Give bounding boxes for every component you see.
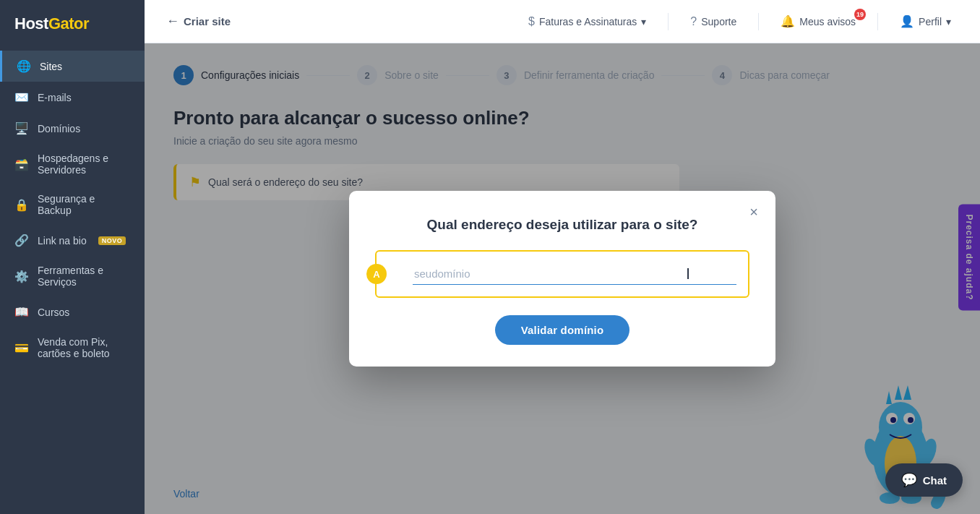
sidebar-item-sites[interactable]: 🌐 Sites (0, 51, 145, 82)
sidebar-item-hosting[interactable]: 🗃️ Hospedagens e Servidores (0, 144, 145, 184)
nav-divider (668, 13, 669, 30)
billing-label: Faturas e Assinaturas (539, 16, 637, 27)
sidebar-item-domains[interactable]: 🖥️ Domínios (0, 113, 145, 144)
logo: HostGator (0, 0, 145, 51)
new-badge: NOVO (98, 236, 126, 245)
linkbio-icon: 🔗 (14, 234, 29, 247)
billing-nav-item[interactable]: $ Faturas e Assinaturas ▾ (521, 11, 653, 33)
sidebar: HostGator 🌐 Sites ✉️ E-mails 🖥️ Domínios… (0, 0, 145, 514)
sidebar-item-pix[interactable]: 💳 Venda com Pix, cartões e boleto (0, 327, 145, 368)
modal-overlay: × Qual endereço deseja utilizar para o s… (145, 43, 980, 514)
sidebar-item-label: Sites (40, 61, 62, 72)
notifications-label: Meus avisos (799, 16, 856, 27)
back-arrow-icon: ← (166, 14, 179, 29)
validate-domain-button[interactable]: Validar domínio (495, 315, 630, 345)
text-cursor-icon: I (686, 265, 690, 283)
domains-icon: 🖥️ (14, 121, 29, 135)
support-label: Suporte (701, 16, 736, 27)
sidebar-item-label: Link na bio (38, 235, 87, 247)
billing-chevron-icon: ▾ (641, 16, 646, 27)
chat-label: Chat (923, 474, 947, 487)
modal: × Qual endereço deseja utilizar para o s… (349, 191, 775, 367)
emails-icon: ✉️ (14, 90, 29, 104)
sidebar-item-label: E-mails (38, 92, 72, 103)
nav-divider-3 (877, 13, 878, 30)
sidebar-item-label: Cursos (38, 307, 69, 318)
chat-icon: 💬 (901, 472, 917, 488)
sites-icon: 🌐 (17, 59, 31, 73)
nav-divider-2 (758, 13, 759, 30)
bell-icon: 🔔 (781, 14, 795, 28)
back-label: Criar site (184, 15, 231, 27)
sidebar-item-linkbio[interactable]: 🔗 Link na bio NOVO (0, 225, 145, 256)
pix-icon: 💳 (14, 341, 29, 355)
chat-button[interactable]: 💬 Chat (885, 463, 963, 497)
sidebar-item-tools[interactable]: ⚙️ Ferramentas e Serviços (0, 256, 145, 296)
support-icon: ? (690, 15, 697, 28)
notifications-nav-item[interactable]: 🔔 19 Meus avisos (773, 10, 863, 33)
main-content: ← Criar site $ Faturas e Assinaturas ▾ ?… (145, 0, 980, 514)
page-content: 1 Configurações iniciais 2 Sobre o site … (145, 43, 980, 514)
profile-nav-item[interactable]: 👤 Perfil ▾ (893, 10, 958, 33)
domain-input-area: A I (375, 250, 749, 298)
modal-close-button[interactable]: × (744, 201, 764, 223)
profile-label: Perfil (919, 16, 942, 27)
profile-chevron-icon: ▾ (946, 16, 951, 27)
notifications-badge: 19 (854, 9, 866, 20)
tools-icon: ⚙️ (14, 270, 29, 283)
courses-icon: 📖 (14, 305, 29, 319)
support-nav-item[interactable]: ? Suporte (683, 11, 744, 33)
sidebar-item-emails[interactable]: ✉️ E-mails (0, 82, 145, 113)
back-button[interactable]: ← Criar site (166, 14, 231, 29)
hosting-icon: 🗃️ (14, 158, 29, 171)
billing-icon: $ (528, 15, 535, 28)
sidebar-item-label: Hospedagens e Servidores (38, 153, 130, 176)
profile-icon: 👤 (900, 14, 914, 28)
topnav: ← Criar site $ Faturas e Assinaturas ▾ ?… (145, 0, 980, 43)
sidebar-item-courses[interactable]: 📖 Cursos (0, 296, 145, 327)
security-icon: 🔒 (14, 198, 29, 212)
sidebar-item-label: Venda com Pix, cartões e boleto (38, 336, 130, 359)
sidebar-item-security[interactable]: 🔒 Segurança e Backup (0, 184, 145, 225)
modal-title: Qual endereço deseja utilizar para o sit… (375, 217, 749, 233)
sidebar-item-label: Segurança e Backup (38, 193, 130, 216)
sidebar-item-label: Ferramentas e Serviços (38, 265, 130, 288)
sidebar-item-label: Domínios (38, 123, 80, 134)
step-badge: A (366, 264, 387, 284)
